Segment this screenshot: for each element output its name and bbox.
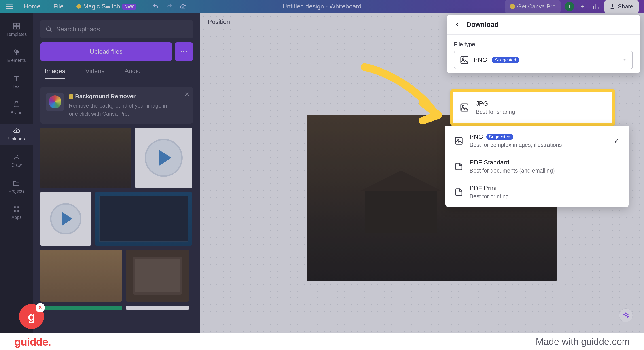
text-icon — [13, 75, 20, 82]
filetype-select[interactable]: PNG Suggested — [454, 51, 633, 69]
guidde-recorder-badge[interactable]: g 8 — [19, 304, 44, 329]
tab-images[interactable]: Images — [45, 67, 65, 79]
share-button[interactable]: Share — [604, 0, 639, 13]
suggested-badge: Suggested — [492, 56, 520, 63]
tab-videos[interactable]: Videos — [86, 67, 104, 79]
svg-point-14 — [46, 27, 50, 31]
play-icon — [50, 203, 82, 234]
background-remover-promo[interactable]: Background Remover Remove the background… — [40, 87, 193, 124]
made-with-text: Made with guidde.com — [536, 336, 630, 347]
position-button[interactable]: Position — [208, 18, 230, 25]
option-name: PDF Standard — [470, 159, 620, 166]
promo-body: Remove the background of your image in o… — [69, 102, 176, 118]
undo-icon[interactable] — [151, 2, 160, 11]
search-icon — [46, 26, 52, 33]
rail-draw[interactable]: Draw — [0, 150, 33, 171]
filetype-option-png[interactable]: PNGSuggested Best for complex images, il… — [446, 128, 629, 154]
rail-elements[interactable]: Elements — [0, 45, 33, 66]
magic-switch-label: Magic Switch — [83, 3, 120, 10]
upload-thumbnail[interactable] — [40, 128, 131, 188]
menu-file[interactable]: File — [51, 1, 66, 12]
guidde-logo: guidde. — [14, 336, 51, 348]
menu-home[interactable]: Home — [21, 1, 43, 12]
option-name: JPG — [476, 100, 515, 107]
svg-point-15 — [181, 51, 182, 52]
rail-brand[interactable]: Brand — [0, 98, 33, 118]
crown-icon — [76, 4, 81, 9]
ai-assist-button[interactable] — [619, 309, 633, 322]
add-collaborator-button[interactable]: + — [578, 2, 588, 11]
upload-more-options-button[interactable] — [175, 42, 193, 61]
filetype-label: File type — [454, 41, 633, 48]
upload-thumbnail[interactable] — [95, 192, 192, 246]
guidde-footer: guidde. Made with guidde.com — [0, 334, 644, 350]
filetype-selected: PNG — [474, 56, 487, 63]
image-icon — [460, 103, 469, 112]
promo-close-button[interactable]: ✕ — [184, 91, 190, 98]
option-name: PNGSuggested — [470, 133, 608, 140]
suggested-badge: Suggested — [486, 134, 513, 140]
upload-thumbnail[interactable] — [126, 250, 189, 302]
templates-icon — [13, 22, 20, 30]
image-icon — [460, 55, 469, 65]
rail-uploads[interactable]: Uploads — [0, 124, 33, 145]
redo-icon[interactable] — [165, 2, 174, 11]
filetype-option-pdf-print[interactable]: PDF Print Best for printing — [446, 179, 629, 205]
upload-thumbnail[interactable] — [40, 306, 122, 310]
svg-rect-9 — [14, 103, 19, 107]
tab-audio[interactable]: Audio — [124, 67, 141, 79]
uploads-panel: Upload files Images Videos Audio Backgro… — [33, 13, 200, 334]
rail-text[interactable]: Text — [0, 71, 33, 92]
chevron-down-icon — [622, 57, 627, 63]
hamburger-menu-icon[interactable] — [5, 2, 14, 10]
new-badge: NEW — [122, 3, 136, 9]
crown-icon — [510, 4, 515, 9]
bg-remover-icon — [46, 93, 64, 111]
svg-point-17 — [186, 51, 187, 52]
crown-icon — [69, 94, 73, 99]
analytics-icon[interactable] — [592, 2, 600, 11]
rail-projects[interactable]: Projects — [0, 176, 33, 197]
svg-rect-13 — [18, 210, 20, 212]
upload-thumbnail[interactable] — [135, 128, 192, 188]
download-panel: Download File type PNG Suggested — [447, 15, 640, 73]
menu-magic-switch[interactable]: Magic Switch NEW — [74, 1, 139, 12]
svg-rect-5 — [14, 26, 16, 29]
apps-icon — [13, 205, 20, 213]
svg-rect-22 — [456, 137, 462, 144]
svg-rect-10 — [14, 206, 16, 208]
uploads-search[interactable] — [40, 20, 193, 38]
option-desc: Best for documents (and emailing) — [470, 167, 620, 174]
draw-icon — [13, 153, 20, 161]
search-input[interactable] — [56, 26, 188, 33]
top-menu-bar: Home File Magic Switch NEW Untitled desi… — [0, 0, 644, 13]
uploads-icon — [13, 127, 20, 135]
upload-files-button[interactable]: Upload files — [40, 42, 172, 61]
uploads-tabs: Images Videos Audio — [40, 67, 193, 79]
rail-templates[interactable]: Templates — [0, 19, 33, 40]
user-avatar[interactable]: T — [564, 2, 574, 11]
option-name: PDF Print — [470, 185, 620, 192]
rail-apps[interactable]: Apps — [0, 202, 33, 223]
elements-icon — [13, 48, 20, 56]
upload-thumbnail[interactable] — [126, 306, 189, 310]
upload-thumbnail[interactable] — [40, 250, 122, 302]
cloud-sync-icon[interactable] — [179, 2, 188, 11]
svg-rect-18 — [461, 56, 468, 63]
svg-rect-20 — [461, 104, 468, 111]
svg-rect-8 — [16, 52, 19, 55]
svg-rect-12 — [14, 210, 16, 212]
document-title[interactable]: Untitled design - Whiteboard — [282, 3, 361, 10]
upload-thumbnail[interactable] — [40, 192, 91, 246]
get-pro-label: Get Canva Pro — [517, 3, 556, 10]
svg-point-21 — [462, 105, 464, 107]
svg-rect-6 — [17, 26, 19, 29]
brand-icon — [13, 101, 20, 108]
projects-icon — [13, 179, 20, 187]
svg-point-23 — [457, 139, 459, 140]
filetype-option-pdf-standard[interactable]: PDF Standard Best for documents (and ema… — [446, 154, 629, 179]
filetype-option-jpg-highlight[interactable]: JPG Best for sharing — [450, 89, 615, 126]
download-back-button[interactable] — [453, 20, 462, 29]
svg-point-19 — [462, 58, 464, 59]
get-canva-pro-button[interactable]: Get Canva Pro — [505, 0, 560, 13]
